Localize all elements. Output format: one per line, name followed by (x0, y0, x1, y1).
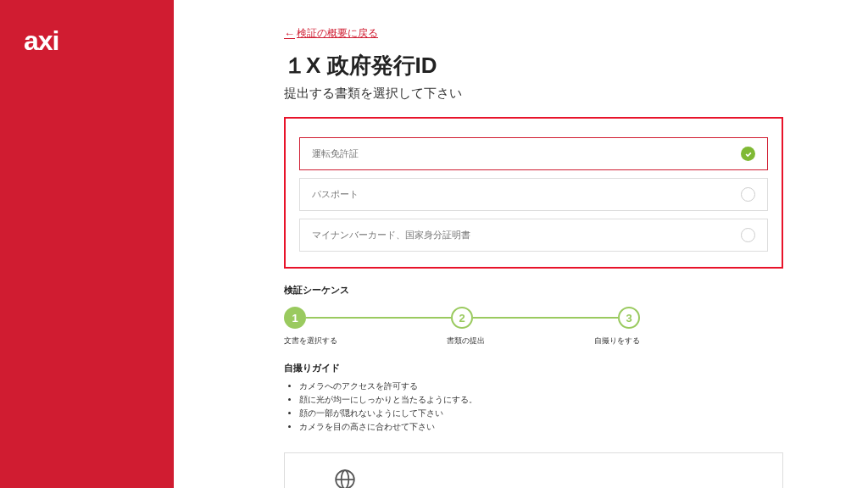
page-title: １X 政府発行ID (284, 51, 783, 80)
step-circle: 3 (618, 307, 640, 329)
brand-logo: axi (24, 25, 150, 57)
list-item: カメラへのアクセスを許可する (299, 380, 783, 393)
sequence-title: 検証シーケンス (284, 284, 783, 297)
page-subtitle: 提出する書類を選択して下さい (284, 86, 783, 102)
globe-icon[interactable] (334, 469, 356, 488)
option-drivers-license[interactable]: 運転免許証 (299, 137, 768, 170)
step-circle: 1 (284, 307, 306, 329)
main-content: ← 検証の概要に戻る １X 政府発行ID 提出する書類を選択して下さい 運転免許… (174, 0, 868, 488)
list-item: 顔の一部が隠れないようにして下さい (299, 407, 783, 420)
step-labels: 文書を選択する 書類の提出 自撮りをする (284, 336, 640, 347)
option-national-id[interactable]: マイナンバーカード、国家身分証明書 (299, 219, 768, 252)
check-circle-icon (741, 147, 755, 161)
option-label: パスポート (312, 188, 359, 201)
option-label: 運転免許証 (312, 147, 359, 160)
list-item: カメラを目の高さに合わせて下さい (299, 420, 783, 434)
back-link[interactable]: ← 検証の概要に戻る (284, 26, 378, 41)
verify-inner: 検証を開始する この手続きは、あなたの情報と証明書を認証し、不正利用を防ぐことを… (300, 469, 767, 488)
document-options-highlight: 運転免許証 パスポート マイナンバーカード、国家身分証明書 (284, 117, 783, 269)
arrow-left-icon: ← (284, 27, 295, 40)
list-item: 顔に光が均一にしっかりと当たるようにする。 (299, 393, 783, 407)
step-1: 1 (284, 307, 306, 329)
step-2: 2 (451, 307, 473, 329)
globe-wrap (334, 469, 733, 488)
radio-empty-icon (741, 228, 755, 242)
radio-empty-icon (741, 187, 755, 202)
verify-panel: 検証を開始する この手続きは、あなたの情報と証明書を認証し、不正利用を防ぐことを… (284, 452, 783, 488)
step-label: 文書を選択する (284, 336, 337, 347)
step-3: 3 (618, 307, 640, 329)
step-circle: 2 (451, 307, 473, 329)
back-link-label: 検証の概要に戻る (297, 26, 378, 41)
step-label: 自撮りをする (594, 336, 640, 347)
selfie-guide-list: カメラへのアクセスを許可する 顔に光が均一にしっかりと当たるようにする。 顔の一… (284, 380, 783, 434)
sidebar: axi (0, 0, 174, 488)
option-passport[interactable]: パスポート (299, 178, 768, 211)
step-connector (306, 317, 451, 319)
step-label: 書類の提出 (447, 336, 485, 347)
selfie-guide-title: 自撮りガイド (284, 362, 783, 374)
step-connector (473, 317, 618, 319)
option-label: マイナンバーカード、国家身分証明書 (312, 229, 470, 241)
stepper: 1 2 3 (284, 307, 640, 329)
